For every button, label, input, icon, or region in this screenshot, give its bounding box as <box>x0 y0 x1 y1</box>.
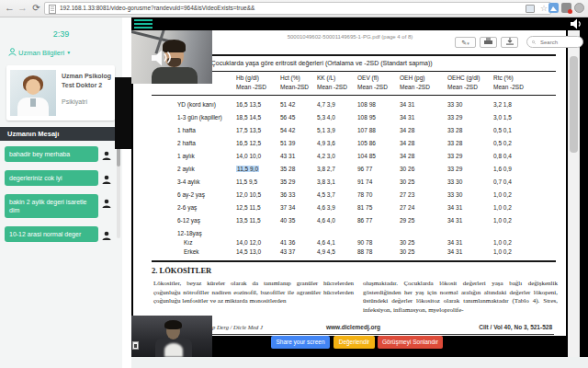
printer-icon <box>484 38 492 45</box>
scrollbar-thumb[interactable] <box>117 146 120 167</box>
browser-toolbar: ← → ⟳ 192.168.1.33:8081/video-gorusme?ra… <box>0 0 588 17</box>
table-cell: 4,6 4,1 <box>317 238 357 247</box>
table-header: YaşHb (g/dl)Hct (%)KK (/L)OEV (fl)OEH (p… <box>152 71 556 95</box>
print-button[interactable] <box>480 37 497 48</box>
forward-button-icon[interactable]: → <box>17 2 28 14</box>
table-cell: 1,0 0,2 <box>493 189 534 201</box>
table-cell: 33 28 <box>447 124 493 137</box>
search-input[interactable] <box>538 39 582 46</box>
table-cell: 34 28 <box>400 137 447 150</box>
extension-screenshot-icon[interactable] <box>548 3 559 13</box>
table-row: 2 aylık11,5 9,035 283,8 2,796 7730 2633 … <box>152 163 556 176</box>
annotate-button[interactable]: ✎▾ <box>455 37 476 48</box>
column-header: Hb (g/dl) <box>236 74 280 83</box>
column-subheader: Mean-2SD <box>280 83 317 92</box>
expert-specialty: Psikiyatri <box>62 98 113 105</box>
column-header: Hct (%) <box>280 74 317 83</box>
chat-message: bahadir bey merhaba <box>5 146 115 162</box>
column-subheader: Mean -2SD <box>493 83 534 92</box>
pdf-scrollbar[interactable] <box>568 30 580 357</box>
table-cell: 104 85 <box>357 150 400 163</box>
table-cell: 108 98 <box>357 98 400 111</box>
row-label: YD (kord kanı) <box>152 98 236 111</box>
pdf-scrollbar-thumb[interactable] <box>570 56 578 153</box>
table-cell: 51 42 <box>280 98 317 111</box>
refresh-button-icon[interactable]: ⟳ <box>30 2 42 14</box>
table-cell: 96 77 <box>357 163 400 176</box>
table-cell: 16,5 12,5 <box>236 137 280 150</box>
messages-scrollbar[interactable] <box>117 146 120 238</box>
remote-video <box>131 30 212 84</box>
table-cell: 35 29 <box>280 176 317 189</box>
table-cell: 56 45 <box>280 111 317 124</box>
menu-icon[interactable] <box>134 19 153 30</box>
table-cell: 34 31 <box>447 201 493 214</box>
local-video <box>131 316 212 357</box>
table-cell: 0,5 0,1 <box>493 124 534 137</box>
paragraph-column-1: Lökositler, beyaz küreler olarak da tanı… <box>153 280 354 306</box>
page-action-icon[interactable] <box>526 5 535 13</box>
row-label: Erkek <box>152 247 236 257</box>
table-cell: 30 26 <box>400 163 447 176</box>
table-cell: 3,8 2,7 <box>317 163 357 176</box>
address-bar[interactable]: 192.168.1.33:8081/video-gorusme?randevul… <box>44 2 551 15</box>
journal-volume: Cilt / Vol 40, No 3, 521-528 <box>436 324 552 330</box>
table-cell: 90 78 <box>357 238 400 247</box>
journal-name: p Derg / Dicle Med J <box>212 324 263 330</box>
bottom-strip <box>131 357 588 368</box>
evaluate-button[interactable]: Değerlendir <box>334 336 375 349</box>
patient-avatar-icon <box>102 171 111 188</box>
table-cell: 0,7 0,4 <box>493 176 534 189</box>
table-cell: 36 33 <box>280 189 317 201</box>
video-strip <box>115 77 131 149</box>
table-body: YD (kord kanı)16,5 13,551 424,7 3,9108 9… <box>152 95 556 262</box>
person-check-icon <box>8 48 17 56</box>
section-heading: 2. LÖKOSİTLER <box>152 266 211 275</box>
column-subheader: Mean -2SD <box>447 83 493 92</box>
share-screen-button[interactable]: Share your screen <box>271 336 330 349</box>
url-text[interactable]: 192.168.1.33:8081/video-gorusme?randevul… <box>60 3 254 14</box>
table-cell: 43 37 <box>280 247 317 257</box>
table-cell: 0,5 0,2 <box>493 137 534 150</box>
column-header: OEHC (g/dl) <box>447 74 493 83</box>
table-row: Erkek14,5 13,043 374,9 4,588 7830 2534 3… <box>152 247 556 257</box>
table-row: 1 aylık14,0 10,043 314,2 3,0104 8534 283… <box>152 150 556 163</box>
journal-url: www.diclemedj.org <box>326 324 380 330</box>
expert-photo <box>10 70 56 116</box>
download-button[interactable] <box>501 37 518 48</box>
row-label: 1 aylık <box>152 150 236 163</box>
video-control-icon[interactable] <box>132 341 139 350</box>
table-cell: 91 74 <box>357 176 400 189</box>
back-button-icon[interactable]: ← <box>4 2 16 14</box>
table-cell: 14,5 13,0 <box>236 247 280 257</box>
extension-shield-icon[interactable] <box>574 3 584 13</box>
table-row: 6-12 yaş13,5 11,540 354,6 4,086 7729 253… <box>152 214 556 227</box>
table-cell: 81 75 <box>357 201 400 214</box>
table-row: 1-3 gün (kapiller)18,5 14,556 455,3 4,01… <box>152 111 556 124</box>
table-cell: 86 77 <box>357 214 400 227</box>
table-subheader-row: Mean -2SDMean-2SDMean -2SDMean -2SDMean … <box>152 83 556 92</box>
table-cell: 5,1 3,9 <box>317 124 357 137</box>
row-label: 2 hafta <box>152 137 236 150</box>
table-cell: 1,0 0,2 <box>493 247 534 257</box>
table-cell: 14,0 12,0 <box>236 238 280 247</box>
row-label: 12-18yaş <box>152 229 236 238</box>
end-call-button[interactable]: Görüşmeyi Sonlandır <box>378 336 443 349</box>
table-cell: 88 78 <box>357 247 400 257</box>
row-label: 6 ay-2 yaş <box>152 189 236 201</box>
page-icon <box>49 5 56 14</box>
pdf-search-box[interactable] <box>526 36 583 48</box>
expert-info-toggle[interactable]: Uzman Bilgileri ▼ <box>8 47 71 58</box>
table-cell: 0,8 0,4 <box>493 150 534 163</box>
table-cell: 34 31 <box>447 238 493 247</box>
table-cell: 43 31 <box>280 150 317 163</box>
table-cell: 34 28 <box>400 150 447 163</box>
messages-header: Uzmanın Mesajı <box>0 127 122 141</box>
speaker-icon[interactable] <box>571 18 583 29</box>
table-cell: 4,9 4,5 <box>317 247 357 257</box>
table-cell: 27 24 <box>400 201 447 214</box>
extension-download-icon[interactable] <box>561 3 571 13</box>
bookmark-star-icon[interactable]: ☆ <box>540 3 548 14</box>
table-cell: 11,5 9,0 <box>236 163 280 176</box>
table-cell: 11,5 9,5 <box>236 176 280 189</box>
